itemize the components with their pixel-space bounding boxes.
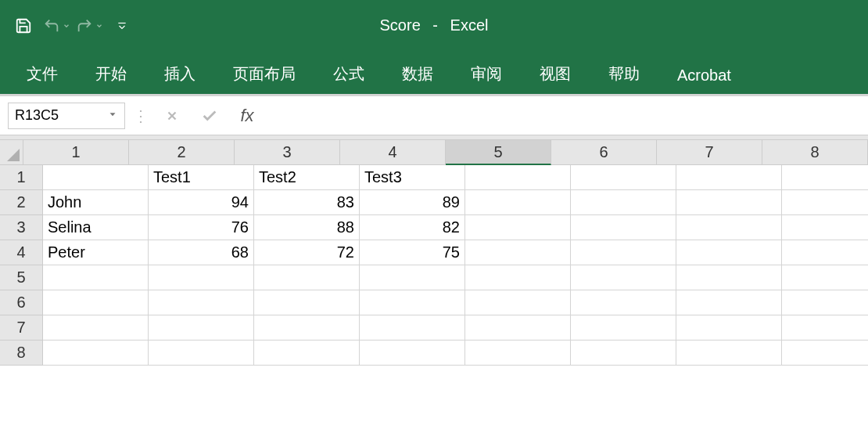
customize-qat-button[interactable]	[106, 10, 138, 41]
cell[interactable]	[571, 341, 676, 366]
ribbon-tab[interactable]: 插入	[145, 54, 214, 94]
cell[interactable]	[676, 290, 782, 315]
column-header[interactable]: 8	[762, 140, 868, 165]
cell[interactable]	[360, 315, 465, 341]
cell[interactable]: Test2	[254, 165, 360, 190]
cell[interactable]	[465, 290, 571, 315]
cell[interactable]	[360, 265, 465, 290]
redo-button[interactable]	[74, 10, 105, 41]
cell[interactable]	[43, 315, 149, 341]
ribbon-tab[interactable]: 文件	[8, 54, 77, 94]
cell[interactable]: 83	[254, 190, 360, 215]
cancel-formula-button[interactable]	[156, 103, 188, 129]
cell[interactable]	[254, 290, 360, 315]
cell[interactable]	[571, 190, 676, 215]
cell[interactable]	[149, 315, 254, 341]
ribbon-tab[interactable]: 帮助	[590, 54, 658, 94]
cell[interactable]	[782, 165, 868, 190]
column-header[interactable]: 4	[340, 140, 446, 165]
cell[interactable]	[571, 290, 676, 315]
cell[interactable]	[254, 341, 360, 366]
cell[interactable]	[465, 315, 571, 341]
cell[interactable]	[571, 315, 676, 341]
cell[interactable]	[43, 341, 149, 366]
cell[interactable]: 89	[360, 190, 465, 215]
cell[interactable]	[465, 215, 571, 240]
cell[interactable]	[782, 290, 868, 315]
row-header[interactable]: 4	[0, 240, 43, 265]
cell[interactable]: Peter	[43, 240, 149, 265]
cell[interactable]: 82	[360, 215, 465, 240]
ribbon-tab[interactable]: 视图	[521, 54, 590, 94]
chevron-down-icon[interactable]	[107, 107, 118, 124]
enter-formula-button[interactable]	[194, 103, 225, 129]
cell[interactable]	[149, 290, 254, 315]
undo-button[interactable]	[41, 10, 72, 41]
cell[interactable]	[782, 315, 868, 341]
cell[interactable]: John	[43, 190, 149, 215]
row-header[interactable]: 7	[0, 315, 43, 341]
row-header[interactable]: 2	[0, 190, 43, 215]
cell[interactable]	[571, 215, 676, 240]
cell[interactable]	[360, 341, 465, 366]
cell[interactable]	[254, 315, 360, 341]
cell[interactable]	[676, 315, 782, 341]
cell[interactable]: 88	[254, 215, 360, 240]
cell[interactable]: 76	[149, 215, 254, 240]
cell[interactable]	[782, 215, 868, 240]
ribbon-tab[interactable]: 公式	[314, 54, 383, 94]
row-header[interactable]: 6	[0, 290, 43, 315]
cell[interactable]	[360, 290, 465, 315]
cell[interactable]	[465, 165, 571, 190]
cell[interactable]	[149, 341, 254, 366]
cell[interactable]	[465, 341, 571, 366]
ribbon-tab[interactable]: 页面布局	[214, 54, 314, 94]
cell[interactable]	[676, 215, 782, 240]
ribbon-tab[interactable]: 开始	[77, 54, 145, 94]
select-all-button[interactable]	[0, 140, 23, 165]
column-header[interactable]: 7	[657, 140, 762, 165]
cell[interactable]: 68	[149, 240, 254, 265]
ribbon-tab[interactable]: Acrobat	[658, 57, 750, 94]
ribbon-tab[interactable]: 审阅	[452, 54, 521, 94]
ribbon-tab[interactable]: 数据	[383, 54, 452, 94]
cell[interactable]	[676, 190, 782, 215]
cell[interactable]	[782, 341, 868, 366]
cell[interactable]	[43, 165, 149, 190]
cell[interactable]: Test3	[360, 165, 465, 190]
cell[interactable]	[782, 190, 868, 215]
cell[interactable]	[571, 240, 676, 265]
cell[interactable]	[465, 240, 571, 265]
column-header[interactable]: 2	[129, 140, 235, 165]
row-header[interactable]: 3	[0, 215, 43, 240]
cell[interactable]	[254, 265, 360, 290]
cell[interactable]: 94	[149, 190, 254, 215]
formula-input[interactable]	[269, 103, 860, 129]
column-header[interactable]: 3	[235, 140, 340, 165]
cell[interactable]	[571, 165, 676, 190]
cell[interactable]	[43, 290, 149, 315]
cell[interactable]	[676, 165, 782, 190]
cell[interactable]	[676, 240, 782, 265]
cell[interactable]: Test1	[149, 165, 254, 190]
row-header[interactable]: 5	[0, 265, 43, 290]
cell[interactable]: Selina	[43, 215, 149, 240]
cell[interactable]: 72	[254, 240, 360, 265]
insert-function-button[interactable]: fx	[231, 106, 263, 126]
cell[interactable]: 75	[360, 240, 465, 265]
cell[interactable]	[676, 265, 782, 290]
column-header[interactable]: 6	[551, 140, 657, 165]
row-header[interactable]: 1	[0, 165, 43, 190]
cell[interactable]	[782, 265, 868, 290]
cell[interactable]	[782, 240, 868, 265]
cell[interactable]	[465, 265, 571, 290]
cell[interactable]	[43, 265, 149, 290]
row-header[interactable]: 8	[0, 341, 43, 366]
column-header[interactable]: 1	[23, 140, 129, 165]
cell[interactable]	[571, 265, 676, 290]
cell[interactable]	[465, 190, 571, 215]
cell[interactable]	[676, 341, 782, 366]
column-header[interactable]: 5	[446, 140, 551, 165]
save-button[interactable]	[8, 10, 39, 41]
name-box[interactable]: R13C5	[8, 103, 125, 129]
